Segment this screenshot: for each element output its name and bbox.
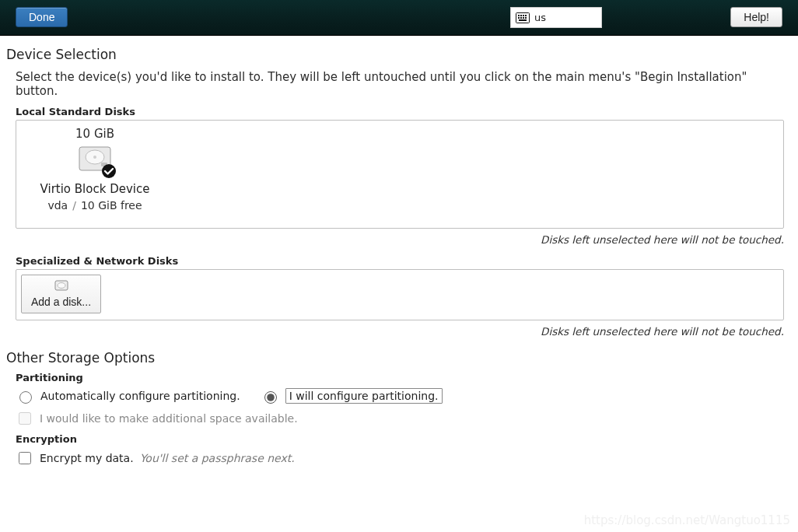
auto-partition-radio[interactable] xyxy=(19,391,32,404)
disk-name: Virtio Block Device xyxy=(29,182,161,196)
top-bar: Done us Help! xyxy=(0,0,798,36)
disk-icon xyxy=(78,145,112,174)
page-title: Device Selection xyxy=(6,47,792,62)
add-disk-button[interactable]: Add a disk... xyxy=(21,275,101,313)
disk-subtext: vda/10 GiB free xyxy=(29,199,161,212)
disk-plus-icon xyxy=(54,280,68,292)
manual-partition-radio[interactable] xyxy=(264,391,277,404)
watermark: https://blog.csdn.net/Wangtuo1115 xyxy=(584,513,790,527)
keyboard-layout-selector[interactable]: us xyxy=(510,7,602,28)
local-disks-heading: Local Standard Disks xyxy=(16,106,792,117)
encrypt-label: Encrypt my data. xyxy=(40,452,134,464)
svg-rect-1 xyxy=(518,15,520,16)
auto-partition-label: Automatically configure partitioning. xyxy=(40,390,240,402)
content-area: Device Selection Select the device(s) yo… xyxy=(0,36,798,532)
encrypt-hint: You'll set a passphrase next. xyxy=(140,452,295,464)
svg-point-16 xyxy=(58,283,65,289)
svg-rect-5 xyxy=(518,17,520,19)
local-disks-note: Disks left unselected here will not be t… xyxy=(6,233,784,246)
svg-rect-3 xyxy=(523,15,524,16)
disk-size: 10 GiB xyxy=(29,127,161,141)
page-description: Select the device(s) you'd like to insta… xyxy=(16,70,792,98)
partitioning-row: Automatically configure partitioning. I … xyxy=(16,388,792,404)
network-disks-box: Add a disk... xyxy=(16,269,784,320)
other-storage-title: Other Storage Options xyxy=(6,350,792,366)
add-disk-label: Add a disk... xyxy=(31,296,91,308)
svg-rect-7 xyxy=(523,17,524,19)
svg-rect-8 xyxy=(525,17,527,19)
reclaim-space-label: I would like to make additional space av… xyxy=(40,412,298,425)
check-icon xyxy=(101,163,117,179)
encryption-heading: Encryption xyxy=(16,433,792,445)
encryption-row: Encrypt my data. You'll set a passphrase… xyxy=(16,450,792,467)
network-disks-heading: Specialized & Network Disks xyxy=(16,255,792,267)
svg-rect-4 xyxy=(525,15,527,16)
help-button[interactable]: Help! xyxy=(730,7,782,27)
reclaim-row: I would like to make additional space av… xyxy=(16,410,792,427)
partitioning-heading: Partitioning xyxy=(16,372,792,383)
reclaim-space-checkbox[interactable] xyxy=(19,412,31,425)
svg-point-12 xyxy=(93,156,96,159)
disk-item[interactable]: 10 GiB Virtio Block Device vda/10 GiB xyxy=(29,127,161,212)
svg-point-14 xyxy=(102,164,116,178)
done-button[interactable]: Done xyxy=(16,7,68,27)
keyboard-layout-label: us xyxy=(534,12,546,23)
encrypt-checkbox[interactable] xyxy=(19,452,31,464)
svg-rect-2 xyxy=(520,15,522,16)
keyboard-icon xyxy=(516,12,530,23)
svg-rect-9 xyxy=(519,19,527,21)
svg-rect-6 xyxy=(520,17,522,19)
local-disks-box: 10 GiB Virtio Block Device vda/10 GiB xyxy=(16,120,784,229)
network-disks-note: Disks left unselected here will not be t… xyxy=(6,325,784,338)
manual-partition-label: I will configure partitioning. xyxy=(285,388,443,404)
